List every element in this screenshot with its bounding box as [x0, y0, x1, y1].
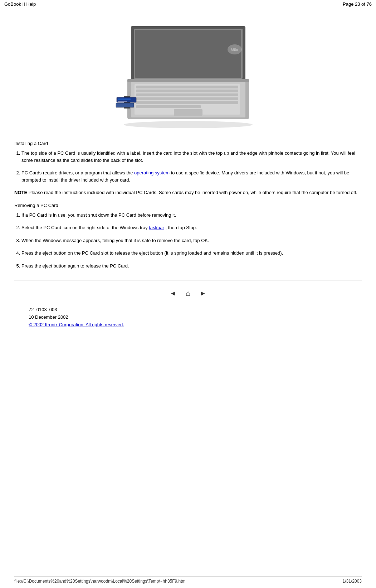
svg-rect-6 [136, 93, 238, 96]
svg-text:GBii: GBii [231, 48, 238, 52]
prev-button[interactable]: ◄ [167, 288, 179, 299]
footer-copyright: © 2002 Itronix Corporation. All rights r… [29, 321, 347, 329]
filepath: file://C:\Documents%20and%20Settings\har… [14, 579, 186, 584]
next-button[interactable]: ► [197, 288, 209, 299]
footer-bottom: file://C:\Documents%20and%20Settings\har… [14, 576, 362, 584]
home-button[interactable]: ⌂ [182, 288, 194, 299]
note-text: Please read the instructions included wi… [27, 190, 357, 195]
removing-heading: Removing a PC Card [14, 203, 362, 208]
svg-rect-10 [174, 109, 202, 116]
svg-rect-13 [135, 30, 241, 78]
removing-step-2: Select the PC Card icon on the right sid… [21, 224, 362, 231]
taskbar-link[interactable]: taskbar [149, 225, 164, 230]
content-area: GBii Installing a Card The top side of a… [0, 8, 376, 339]
removing-steps-list: If a PC Card is in use, you must shut do… [14, 212, 362, 270]
svg-rect-9 [136, 105, 201, 108]
app-title: GoBook II Help [4, 1, 36, 7]
footer-timestamp: 1/31/2003 [343, 579, 362, 584]
copyright-link[interactable]: © 2002 Itronix Corporation. All rights r… [29, 322, 124, 327]
laptop-image-container: GBii [14, 19, 362, 130]
page-info: Page 23 of 76 [343, 1, 372, 7]
svg-rect-7 [136, 97, 238, 100]
svg-rect-5 [136, 90, 238, 92]
removing-step-4: Press the eject button on the PC Card sl… [21, 250, 362, 257]
footer-info: 72_0103_003 10 December 2002 © 2002 Itro… [29, 306, 347, 328]
svg-rect-18 [118, 98, 131, 100]
operating-system-link[interactable]: operating system [134, 170, 170, 175]
doc-id: 72_0103_003 [29, 306, 347, 314]
svg-rect-14 [127, 79, 249, 82]
installing-steps-list: The top side of a PC Card is usually ide… [14, 150, 362, 183]
removing-step-1: If a PC Card is in use, you must shut do… [21, 212, 362, 219]
svg-rect-19 [118, 101, 127, 102]
nav-buttons: ◄ ⌂ ► [14, 288, 362, 299]
removing-step-5: Press the eject button again to release … [21, 262, 362, 270]
page-header: GoBook II Help Page 23 of 76 [0, 0, 376, 8]
note-label: NOTE [14, 190, 27, 195]
removing-step-3: When the Windows message appears, tellin… [21, 237, 362, 244]
note-block: NOTE Please read the instructions includ… [14, 189, 362, 196]
installing-step-2: PC Cards require drivers, or a program t… [21, 169, 362, 183]
laptop-image: GBii [113, 19, 263, 130]
installing-heading: Installing a Card [14, 141, 362, 146]
svg-rect-4 [136, 86, 238, 88]
installing-step-1: The top side of a PC Card is usually ide… [21, 150, 362, 164]
svg-rect-8 [136, 101, 238, 104]
svg-point-0 [124, 121, 253, 128]
footer-date: 10 December 2002 [29, 314, 347, 321]
section-divider [14, 280, 362, 280]
svg-rect-20 [116, 103, 134, 107]
